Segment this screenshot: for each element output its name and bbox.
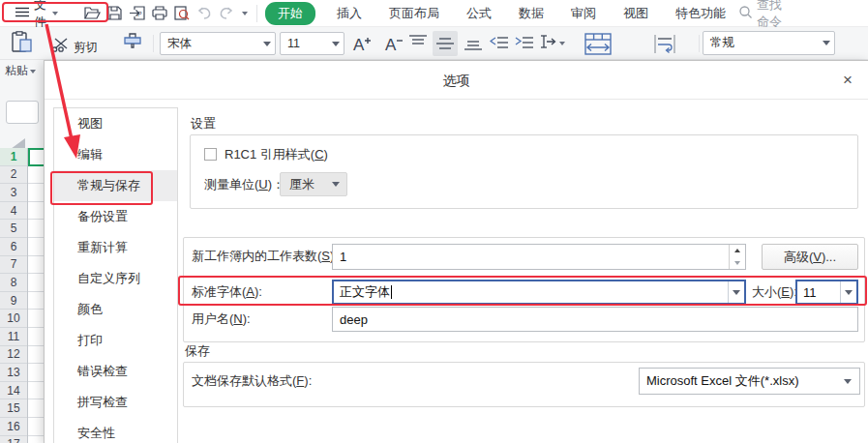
print-icon[interactable] (150, 4, 168, 22)
row-header[interactable]: 3 (0, 184, 27, 202)
tab-data[interactable]: 数据 (519, 5, 544, 22)
row-header[interactable]: 2 (0, 166, 27, 185)
export-icon[interactable]: P (128, 4, 146, 22)
chevron-down-icon (30, 70, 36, 74)
sidebar-item-error-check[interactable]: 错误检查 (54, 356, 177, 387)
row-header[interactable]: 9 (0, 292, 27, 310)
align-bottom-icon[interactable] (464, 35, 482, 50)
print-preview-icon[interactable] (172, 4, 191, 22)
sidebar-item-security[interactable]: 安全性 (54, 418, 177, 443)
increase-indent-icon[interactable] (515, 35, 533, 50)
row-header[interactable]: 17 (0, 436, 27, 443)
find-command-box[interactable]: 查找命令 (739, 0, 793, 31)
align-top-icon[interactable] (409, 35, 427, 50)
tab-special-features[interactable]: 特色功能 (675, 5, 726, 22)
align-middle-icon[interactable] (433, 31, 458, 56)
sidebar-item-print[interactable]: 打印 (54, 325, 177, 356)
sidebar-item-recalculate[interactable]: 重新计算 (54, 232, 177, 263)
dropdown-arrow-icon[interactable] (728, 281, 744, 303)
default-format-value: Microsoft Excel 文件(*.xlsx) (646, 372, 798, 390)
close-icon[interactable]: × (835, 68, 860, 93)
search-icon (739, 6, 752, 21)
tab-review[interactable]: 审阅 (571, 5, 596, 22)
sidebar-item-spell-check[interactable]: 拼写检查 (54, 387, 177, 418)
tab-view[interactable]: 视图 (623, 5, 648, 22)
dropdown-arrow-icon (332, 182, 340, 187)
name-box[interactable] (6, 101, 39, 124)
svg-text:P: P (137, 11, 142, 17)
row-header[interactable]: 6 (0, 238, 27, 256)
row-header[interactable]: 7 (0, 256, 27, 275)
dropdown-arrow-icon[interactable] (328, 33, 344, 54)
tab-page-layout[interactable]: 页面布局 (389, 5, 439, 22)
text-direction-icon[interactable] (539, 35, 556, 50)
redo-icon[interactable] (217, 4, 235, 22)
measure-unit-dropdown[interactable]: 厘米 (280, 172, 347, 196)
chevron-down-icon[interactable] (559, 42, 565, 45)
row-header[interactable]: 16 (0, 418, 27, 436)
tab-insert[interactable]: 插入 (337, 5, 362, 22)
merge-cells-icon[interactable] (584, 33, 612, 55)
row-header[interactable]: 10 (0, 310, 27, 328)
sidebar-item-colors[interactable]: 颜色 (54, 294, 177, 325)
sidebar-item-edit[interactable]: 编辑 (54, 139, 177, 170)
row-header[interactable]: 8 (0, 274, 27, 292)
sheets-count-input[interactable]: 1 (332, 244, 746, 270)
text-cursor (391, 285, 392, 299)
font-size-value: 11 (287, 37, 300, 50)
sheets-count-label: 新工作簿内的工作表数(S): (192, 249, 338, 264)
standard-font-combobox[interactable]: 正文字体 (332, 280, 746, 305)
r1c1-checkbox[interactable] (204, 148, 217, 161)
row-header[interactable]: 5 (0, 220, 27, 238)
font-decrease-icon[interactable]: A (383, 34, 406, 53)
options-dialog: 选项 × 视图 编辑 常规与保存 备份设置 重新计算 自定义序列 颜色 打印 错… (44, 60, 868, 443)
tab-home[interactable]: 开始 (265, 2, 315, 25)
number-format-combobox[interactable]: 常规 (703, 31, 835, 55)
sidebar-item-view[interactable]: 视图 (54, 108, 177, 139)
dialog-title: 选项 (45, 73, 868, 90)
sidebar-item-backup[interactable]: 备份设置 (54, 201, 177, 232)
row-header[interactable]: 13 (0, 364, 27, 382)
save-icon[interactable] (105, 4, 124, 22)
cut-icon[interactable] (51, 37, 71, 52)
grid-cells[interactable] (28, 148, 44, 443)
format-painter-icon[interactable] (122, 32, 143, 55)
tab-formulas[interactable]: 公式 (466, 5, 492, 22)
row-header[interactable]: 12 (0, 346, 27, 365)
sidebar-item-custom-lists[interactable]: 自定义序列 (54, 263, 177, 294)
row-header[interactable]: 11 (0, 328, 27, 346)
hamburger-icon (15, 6, 29, 20)
paste-icon[interactable] (10, 31, 35, 55)
font-size-combobox[interactable]: 11 (280, 32, 344, 55)
open-file-icon[interactable] (83, 4, 102, 22)
svg-text:A: A (385, 36, 397, 53)
font-size-dialog-combobox[interactable]: 11 (795, 280, 858, 305)
font-name-value: 宋体 (167, 36, 192, 52)
measure-unit-label: 测量单位(U)： (204, 177, 284, 192)
chevron-down-icon (52, 12, 58, 15)
decrease-indent-icon[interactable] (490, 35, 508, 50)
undo-icon[interactable] (195, 4, 213, 22)
wrap-text-icon[interactable] (652, 34, 677, 54)
spinner-icon[interactable] (729, 245, 745, 269)
font-name-combobox[interactable]: 宋体 (160, 32, 276, 55)
row-header[interactable]: 4 (0, 202, 27, 221)
font-increase-icon[interactable]: A (351, 34, 374, 53)
row-header[interactable]: 1 (0, 148, 27, 166)
paste-button[interactable]: 粘贴 (5, 63, 36, 79)
default-format-dropdown[interactable]: Microsoft Excel 文件(*.xlsx) (639, 368, 860, 395)
ribbon-tabs: 开始 插入 页面布局 公式 数据 审阅 视图 特色功能 (263, 2, 739, 25)
row-header[interactable]: 15 (0, 399, 27, 418)
sidebar-item-general-save[interactable]: 常规与保存 (54, 170, 177, 201)
dropdown-arrow-icon[interactable] (819, 32, 834, 54)
dropdown-arrow-icon[interactable] (259, 33, 275, 54)
cut-button-label[interactable]: 剪切 (74, 40, 98, 56)
more-commands-icon[interactable] (239, 4, 251, 22)
row-header[interactable]: 14 (0, 382, 27, 400)
advanced-button[interactable]: 高级(V)... (762, 244, 858, 270)
save-heading: 保存 (185, 343, 210, 359)
svg-text:A: A (353, 36, 365, 53)
dropdown-arrow-icon[interactable] (840, 281, 856, 303)
user-name-input[interactable]: deep (332, 307, 858, 332)
standard-font-label: 标准字体(A): (192, 284, 262, 300)
